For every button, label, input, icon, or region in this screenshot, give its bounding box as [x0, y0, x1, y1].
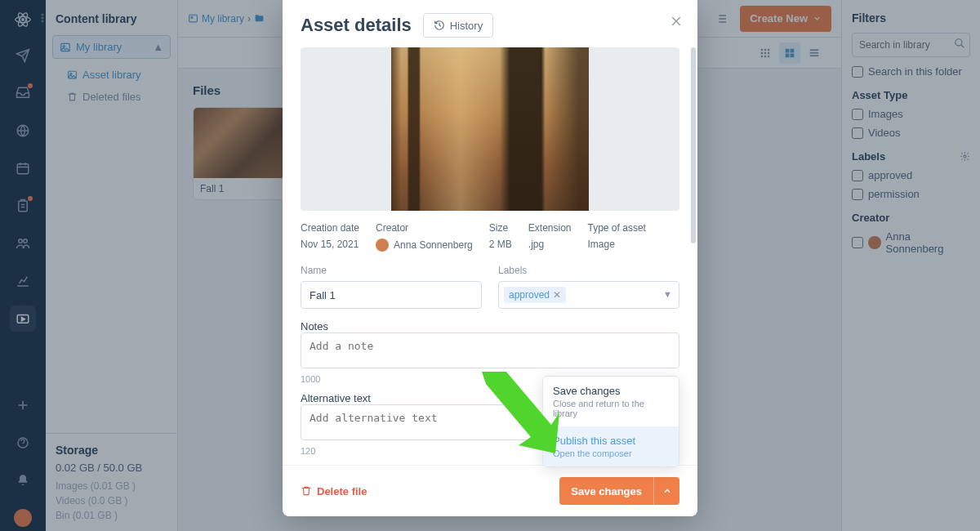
- remove-label-icon[interactable]: ✕: [553, 289, 561, 301]
- chevron-up-icon: [662, 486, 672, 496]
- asset-preview: [301, 47, 679, 211]
- meta-label: Creation date: [301, 222, 359, 234]
- save-dropdown-toggle[interactable]: [653, 477, 679, 505]
- chevron-down-icon: ▼: [663, 289, 672, 299]
- meta-value: Anna Sonnenberg: [376, 239, 473, 252]
- history-icon: [434, 20, 445, 31]
- delete-file-button[interactable]: Delete file: [301, 485, 367, 498]
- modal-title: Asset details: [301, 15, 412, 36]
- labels-field-label: Labels: [498, 265, 679, 276]
- close-icon[interactable]: [666, 11, 686, 31]
- labels-select[interactable]: approved✕ ▼: [498, 281, 679, 309]
- meta-label: Size: [489, 222, 512, 234]
- save-changes-button[interactable]: Save changes: [559, 477, 653, 505]
- meta-label: Creator: [376, 222, 473, 234]
- avatar: [376, 239, 389, 252]
- meta-label: Extension: [528, 222, 572, 234]
- meta-value: .jpg: [528, 239, 572, 250]
- history-button[interactable]: History: [423, 13, 493, 38]
- name-input[interactable]: [301, 281, 482, 309]
- alt-text-input[interactable]: [301, 404, 536, 440]
- trash-icon: [301, 485, 312, 497]
- notes-label: Notes: [301, 320, 679, 332]
- dropdown-save-changes[interactable]: Save changes Close and return to the lib…: [543, 377, 679, 426]
- meta-value: Nov 15, 2021: [301, 239, 359, 250]
- save-dropdown: Save changes Close and return to the lib…: [542, 376, 679, 467]
- scrollbar[interactable]: [691, 47, 696, 243]
- meta-value: Image: [588, 239, 646, 250]
- meta-value: 2 MB: [489, 239, 512, 250]
- dropdown-publish-asset[interactable]: Publish this asset Open the composer: [543, 426, 679, 466]
- meta-label: Type of asset: [588, 222, 646, 234]
- label-chip: approved✕: [504, 287, 566, 303]
- notes-input[interactable]: [301, 332, 679, 368]
- asset-details-modal: Asset details History Creation dateNov 1…: [283, 0, 697, 516]
- preview-image: [391, 47, 589, 211]
- name-label: Name: [301, 265, 482, 276]
